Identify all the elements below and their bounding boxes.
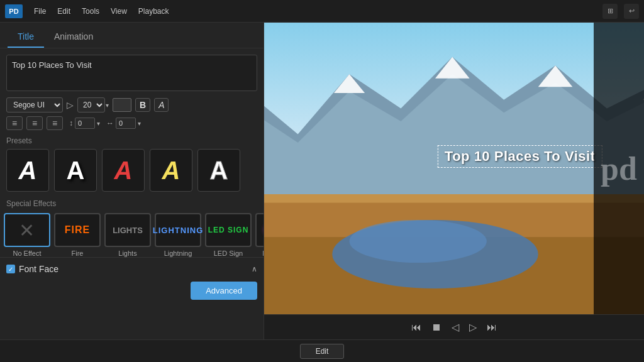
preset-yellow[interactable]: A xyxy=(150,149,192,192)
tab-bar: Title Animation xyxy=(0,23,264,48)
effect-led-sign-label: LED Sign xyxy=(214,250,243,257)
preview-title-text: Top 10 Places To Visit xyxy=(445,148,596,164)
preset-outline-text: A xyxy=(210,156,228,185)
bottom-bar: Edit xyxy=(0,339,644,362)
font-face-row: ✓ Font Face ∧ xyxy=(0,257,264,277)
preset-red-text: A xyxy=(114,156,133,185)
menu-view[interactable]: View xyxy=(106,6,132,17)
menu-playback[interactable]: Playback xyxy=(133,6,174,17)
presets-row: A A A A A xyxy=(0,149,264,192)
effect-lights-thumb: LIGHTS xyxy=(104,213,151,247)
char-spacing-input[interactable] xyxy=(116,118,136,129)
special-effects-label: Special Effects xyxy=(0,199,264,213)
menu-tools[interactable]: Tools xyxy=(77,6,104,17)
menu-file[interactable]: File xyxy=(29,6,51,17)
effect-neon-sign[interactable]: NEON Neon Sign xyxy=(255,213,264,257)
watermark-text: pd xyxy=(601,150,637,187)
effect-lightning-text: LIGHTNING xyxy=(153,226,204,235)
font-size-select[interactable]: 20 xyxy=(77,97,105,112)
effect-lightning-label: Lightning xyxy=(164,250,192,257)
preset-shadow-text: A xyxy=(67,156,85,185)
playback-prev-button[interactable]: ⏮ xyxy=(411,322,421,333)
effect-led-sign[interactable]: LED SIGN LED Sign xyxy=(205,213,252,257)
effect-lightning[interactable]: LIGHTNING Lightning xyxy=(155,213,201,257)
app-logo: PD xyxy=(5,4,23,18)
preset-plain[interactable]: A xyxy=(6,149,49,192)
char-spacing-dropdown[interactable]: ▾ xyxy=(138,120,141,127)
effect-neon-thumb: NEON xyxy=(255,213,264,247)
effect-no-effect[interactable]: ✕ No Effect xyxy=(4,213,50,257)
line-spacing-icon: ↕ xyxy=(69,119,73,128)
effects-row: ✕ No Effect FIRE Fire LIGHTS Lights LIGH… xyxy=(0,213,264,257)
tab-title[interactable]: Title xyxy=(8,28,44,48)
share-icon[interactable]: ⊞ xyxy=(602,4,618,19)
no-effect-icon: ✕ xyxy=(19,219,35,241)
edit-tab[interactable]: Edit xyxy=(300,344,345,359)
video-preview: Top 10 Places To Visit pd xyxy=(264,23,644,314)
effect-fire-thumb: FIRE xyxy=(54,213,101,247)
align-right-button[interactable]: ≡ xyxy=(47,116,63,130)
effect-no-effect-label: No Effect xyxy=(13,250,41,257)
color-picker[interactable] xyxy=(113,98,131,112)
align-left-button[interactable]: ≡ xyxy=(6,116,23,130)
effect-fire-text: FIRE xyxy=(65,224,90,236)
cursor-icon: ▷ xyxy=(67,100,74,110)
line-spacing-group: ↕ ▾ xyxy=(69,118,100,129)
right-panel: Top 10 Places To Visit pd ⏮ ⏹ ◁ ▷ ⏭ xyxy=(264,23,644,339)
bold-button[interactable]: B xyxy=(135,98,150,112)
effect-fire-label: Fire xyxy=(72,250,84,257)
italic-button[interactable]: A xyxy=(154,98,169,112)
tab-animation[interactable]: Animation xyxy=(44,28,103,48)
menu-edit[interactable]: Edit xyxy=(52,6,75,17)
effect-no-effect-thumb: ✕ xyxy=(4,213,50,247)
effect-lights-label: Lights xyxy=(118,250,136,257)
bottom-toolbar: Advanced xyxy=(0,277,264,305)
effect-fire[interactable]: FIRE Fire xyxy=(54,213,101,257)
font-face-chevron[interactable]: ∧ xyxy=(252,265,257,273)
watermark-overlay: pd xyxy=(594,23,644,314)
text-editor[interactable]: Top 10 Places To Visit xyxy=(6,55,257,91)
advanced-button[interactable]: Advanced xyxy=(191,282,257,300)
effect-lights[interactable]: LIGHTS Lights xyxy=(104,213,151,257)
playback-bar: ⏮ ⏹ ◁ ▷ ⏭ xyxy=(264,314,644,339)
playback-stop-button[interactable]: ⏹ xyxy=(431,322,441,333)
playback-next-button[interactable]: ⏭ xyxy=(487,322,497,333)
font-size-group: 20 ▾ xyxy=(77,97,109,112)
title-overlay[interactable]: Top 10 Places To Visit xyxy=(438,145,602,168)
size-dropdown-arrow[interactable]: ▾ xyxy=(106,102,109,109)
font-toolbar: Segoe UI ▷ 20 ▾ B A xyxy=(0,97,264,112)
effect-lights-text: LIGHTS xyxy=(113,226,143,235)
main-content: Title Animation Top 10 Places To Visit S… xyxy=(0,23,644,339)
mountain-svg xyxy=(264,23,644,314)
landscape-background xyxy=(264,23,644,314)
char-spacing-icon: ↔ xyxy=(106,119,114,128)
font-face-label: Font Face xyxy=(19,264,248,274)
effect-led-sign-thumb: LED SIGN xyxy=(205,213,252,247)
menu-bar: File Edit Tools View Playback xyxy=(29,6,174,17)
align-toolbar: ≡ ≡ ≡ ↕ ▾ ↔ ▾ xyxy=(0,116,264,130)
presets-label: Presets xyxy=(0,135,264,149)
svg-point-4 xyxy=(350,220,487,263)
title-bar: PD File Edit Tools View Playback ⊞ ↩ xyxy=(0,0,644,23)
preset-plain-text: A xyxy=(19,156,37,185)
playback-forward-button[interactable]: ▷ xyxy=(469,321,477,333)
font-family-select[interactable]: Segoe UI xyxy=(6,97,63,112)
char-spacing-group: ↔ ▾ xyxy=(106,118,141,129)
left-panel: Title Animation Top 10 Places To Visit S… xyxy=(0,23,264,339)
effect-neon-label: Neon Sign xyxy=(262,250,264,257)
align-center-button[interactable]: ≡ xyxy=(26,116,43,130)
effect-led-text: LED SIGN xyxy=(208,226,249,234)
preset-shadow[interactable]: A xyxy=(54,149,97,192)
line-spacing-input[interactable] xyxy=(75,118,95,129)
preset-red[interactable]: A xyxy=(102,149,145,192)
preset-outline[interactable]: A xyxy=(197,149,240,192)
effect-lightning-thumb: LIGHTNING xyxy=(155,213,201,247)
font-face-checkbox[interactable]: ✓ xyxy=(6,265,15,273)
preset-yellow-text: A xyxy=(162,156,180,185)
line-spacing-dropdown[interactable]: ▾ xyxy=(97,120,100,127)
undo-icon[interactable]: ↩ xyxy=(624,4,639,19)
playback-back-button[interactable]: ◁ xyxy=(452,321,459,333)
